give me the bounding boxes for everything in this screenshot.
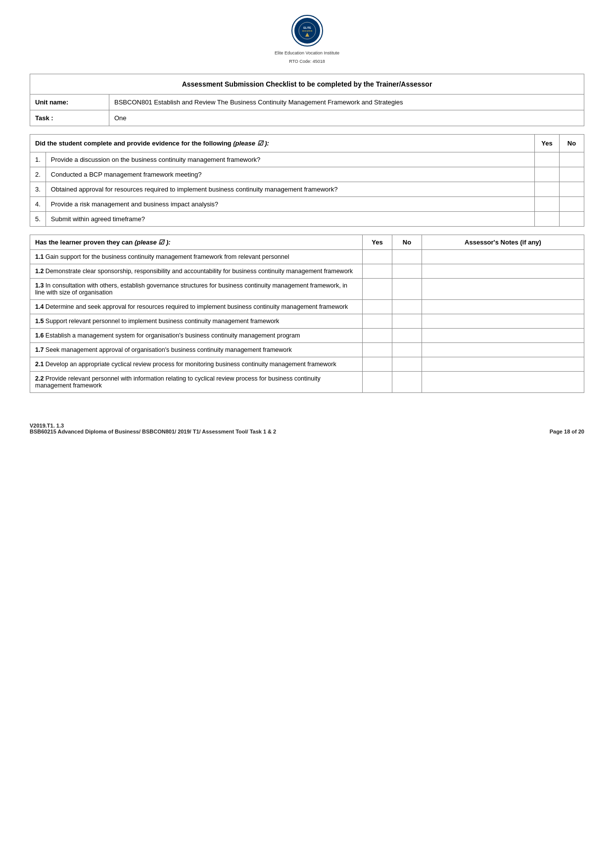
comp-row-1-6: 1.6 Establish a management system for or… [30, 329, 584, 343]
logo-circle: ELITE EDUCATION [291, 15, 323, 47]
item-no-2 [560, 167, 584, 182]
logo-inner: ELITE EDUCATION [294, 18, 320, 44]
item-no-1 [560, 152, 584, 167]
item-no-5 [560, 212, 584, 227]
item-text-4: Provide a risk management and business i… [46, 197, 534, 212]
item-text-2: Conducted a BCP management framework mee… [46, 167, 534, 182]
comp-no-1-6 [392, 329, 422, 343]
comp-text-1-5: 1.5 Support relevant personnel to implem… [30, 314, 363, 329]
footer-course: BSB60215 Advanced Diploma of Business/ B… [30, 429, 276, 434]
main-title: Assessment Submission Checklist to be co… [30, 74, 584, 95]
checklist-item-1: 1. Provide a discussion on the business … [30, 152, 584, 167]
item-num-3: 3. [30, 182, 46, 197]
footer-version: V2019.T1. 1.3 [30, 423, 276, 429]
title-row: Assessment Submission Checklist to be co… [30, 74, 584, 95]
comp-header-row: Has the learner proven they can (please … [30, 235, 584, 250]
checklist-item-4: 4. Provide a risk management and busines… [30, 197, 584, 212]
logo-text-line1: Elite Education Vocation Institute [275, 50, 339, 55]
item-no-3 [560, 182, 584, 197]
comp-yes-1-1 [363, 250, 392, 264]
unit-row: Unit name: BSBCON801 Establish and Revie… [30, 95, 584, 110]
item-yes-1 [535, 152, 560, 167]
comp-notes-header: Assessor's Notes (if any) [422, 235, 584, 250]
footer: V2019.T1. 1.3 BSB60215 Advanced Diploma … [30, 423, 276, 434]
comp-notes-2-1 [422, 357, 584, 372]
main-table: Assessment Submission Checklist to be co… [30, 74, 584, 126]
comp-no-1-2 [392, 264, 422, 279]
competency-table: Has the learner proven they can (please … [30, 235, 584, 393]
comp-no-header: No [392, 235, 422, 250]
comp-text-1-7: 1.7 Seek management approval of organisa… [30, 343, 363, 357]
comp-text-1-4: 1.4 Determine and seek approval for reso… [30, 300, 363, 314]
comp-row-2-2: 2.2 Provide relevant personnel with info… [30, 372, 584, 393]
comp-yes-1-3 [363, 279, 392, 300]
checklist-header-row: Did the student complete and provide evi… [30, 135, 584, 152]
comp-row-1-5: 1.5 Support relevant personnel to implem… [30, 314, 584, 329]
checklist-item-2: 2. Conducted a BCP management framework … [30, 167, 584, 182]
comp-no-1-7 [392, 343, 422, 357]
svg-text:ELITE: ELITE [303, 26, 311, 29]
item-no-4 [560, 197, 584, 212]
comp-row-2-1: 2.1 Develop an appropriate cyclical revi… [30, 357, 584, 372]
logo-area: ELITE EDUCATION Elite Education Vocation… [30, 15, 584, 65]
checklist-item-5: 5. Submit within agreed timeframe? [30, 212, 584, 227]
task-label: Task : [30, 110, 109, 126]
comp-row-1-2: 1.2 Demonstrate clear sponsorship, respo… [30, 264, 584, 279]
comp-row-1-4: 1.4 Determine and seek approval for reso… [30, 300, 584, 314]
no-header: No [560, 135, 584, 152]
comp-text-1-2: 1.2 Demonstrate clear sponsorship, respo… [30, 264, 363, 279]
comp-no-2-2 [392, 372, 422, 393]
logo-text-line2: RTO Code: 45018 [289, 59, 325, 64]
comp-row-1-1: 1.1 Gain support for the business contin… [30, 250, 584, 264]
comp-yes-1-6 [363, 329, 392, 343]
svg-text:EDUCATION: EDUCATION [302, 30, 312, 32]
item-text-3: Obtained approval for resources required… [46, 182, 534, 197]
comp-yes-2-1 [363, 357, 392, 372]
footer-page: Page 18 of 20 [550, 429, 584, 434]
comp-notes-1-6 [422, 329, 584, 343]
comp-no-2-1 [392, 357, 422, 372]
checklist-header-note: (please ☑ ): [233, 140, 269, 147]
comp-notes-1-7 [422, 343, 584, 357]
task-row: Task : One [30, 110, 584, 126]
comp-no-1-3 [392, 279, 422, 300]
comp-notes-1-5 [422, 314, 584, 329]
comp-yes-1-5 [363, 314, 392, 329]
comp-notes-1-4 [422, 300, 584, 314]
item-yes-3 [535, 182, 560, 197]
comp-text-2-2: 2.2 Provide relevant personnel with info… [30, 372, 363, 393]
comp-row-1-3: 1.3 In consultation with others, establi… [30, 279, 584, 300]
comp-no-1-5 [392, 314, 422, 329]
comp-header-label: Has the learner proven they can (please … [30, 235, 363, 250]
comp-no-1-4 [392, 300, 422, 314]
comp-row-1-7: 1.7 Seek management approval of organisa… [30, 343, 584, 357]
comp-notes-2-2 [422, 372, 584, 393]
comp-yes-1-2 [363, 264, 392, 279]
item-num-1: 1. [30, 152, 46, 167]
item-text-5: Submit within agreed timeframe? [46, 212, 534, 227]
item-yes-5 [535, 212, 560, 227]
comp-text-2-1: 2.1 Develop an appropriate cyclical revi… [30, 357, 363, 372]
item-yes-2 [535, 167, 560, 182]
comp-notes-1-1 [422, 250, 584, 264]
comp-text-1-3: 1.3 In consultation with others, establi… [30, 279, 363, 300]
item-num-2: 2. [30, 167, 46, 182]
comp-text-1-6: 1.6 Establish a management system for or… [30, 329, 363, 343]
checklist-item-3: 3. Obtained approval for resources requi… [30, 182, 584, 197]
comp-yes-1-7 [363, 343, 392, 357]
comp-no-1-1 [392, 250, 422, 264]
comp-notes-1-2 [422, 264, 584, 279]
comp-yes-1-4 [363, 300, 392, 314]
comp-text-1-1: 1.1 Gain support for the business contin… [30, 250, 363, 264]
item-text-1: Provide a discussion on the business con… [46, 152, 534, 167]
yes-header: Yes [535, 135, 560, 152]
checklist-header-text: Did the student complete and provide evi… [35, 140, 232, 147]
item-yes-4 [535, 197, 560, 212]
unit-value: BSBCON801 Establish and Review The Busin… [109, 95, 584, 110]
comp-yes-2-2 [363, 372, 392, 393]
item-num-4: 4. [30, 197, 46, 212]
unit-label: Unit name: [30, 95, 109, 110]
item-num-5: 5. [30, 212, 46, 227]
task-value: One [109, 110, 584, 126]
comp-yes-header: Yes [363, 235, 392, 250]
